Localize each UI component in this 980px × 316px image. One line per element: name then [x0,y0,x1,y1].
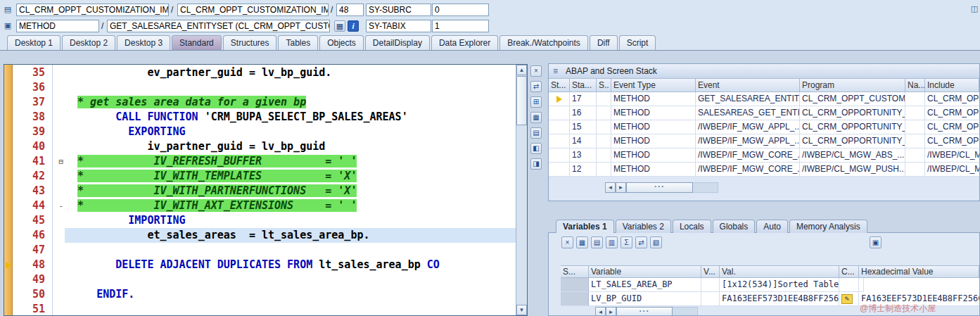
lock-icon[interactable]: ◧ [530,143,542,154]
fold-marker[interactable] [52,302,65,316]
column-header-val[interactable]: Val. [720,265,839,278]
sy-tabix-value[interactable]: 1 [432,20,489,32]
fold-marker[interactable] [52,184,65,198]
line-number[interactable]: 43 [13,184,52,198]
line-number[interactable]: 38 [13,110,52,125]
line-number[interactable]: 51 [13,302,52,316]
window-icon[interactable]: ◫ [969,4,980,15]
desktop-tab[interactable]: Standard [172,35,222,50]
compare-icon[interactable]: ⇄ [635,236,647,248]
fold-marker[interactable]: - [52,198,65,213]
line-number[interactable]: 36 [13,80,52,95]
variable-edit-cell[interactable] [839,278,859,292]
scroll-down-button[interactable]: ▼ [516,305,527,315]
code-line[interactable]: 37 * get sales area data for a given bp [4,95,516,110]
column-header-event[interactable]: Event [696,79,800,92]
desktop-tab[interactable]: Desktop 3 [117,35,170,50]
line-number[interactable]: 41 [13,154,52,169]
code-line[interactable]: 39 EXPORTING [4,125,516,139]
scroll-right-button[interactable]: ► [616,182,626,193]
fold-marker[interactable] [52,139,65,154]
code-line[interactable]: 44 - * IV_WITH_AXT_EXTENSIONS = ' ' [4,198,516,213]
fold-marker[interactable] [52,258,65,272]
code-line[interactable]: 41 ⊟ * IV_REFRESH_BUFFER = ' ' [4,154,516,169]
desktop-tab[interactable]: Objects [319,35,364,50]
scroll-thumb[interactable] [516,76,527,125]
scroll-thumb[interactable]: ··· [616,307,673,316]
code-line[interactable]: 50 ENDIF. [4,287,516,302]
delete-icon[interactable]: × [561,236,573,248]
variables-tab[interactable]: Variables 1 [556,220,614,233]
variable-edit-cell[interactable]: ✎ [839,292,859,306]
code-editor[interactable]: 35 ev_partner_guid = lv_bp_guid. 36 37 *… [4,64,528,316]
code-line[interactable]: 47 [4,243,516,258]
desktop-tab[interactable]: DetailDisplay [365,35,430,50]
code-line[interactable]: 38 CALL FUNCTION 'CRM_BUPA_SELECT_BP_SAL… [4,110,516,125]
stack-row[interactable]: 16 METHOD SALESAREAS_GET_ENTI... CL_CRM_… [549,106,979,120]
swap-panels-icon[interactable]: ⇄ [530,81,542,92]
event-name-field[interactable]: GET_SALESAREA_ENTITYSET (CL_CRM_OPPT_CUS… [107,20,330,32]
line-number[interactable]: 48 [13,258,52,272]
edit-value-icon[interactable]: ✎ [841,294,853,304]
column-header-s[interactable]: S.. [597,79,611,92]
line-number[interactable]: 49 [13,272,52,287]
stack-row[interactable]: 12 METHOD /IWBEP/IF_MGW_CORE_... /IWBEP/… [549,163,979,177]
scroll-thumb[interactable]: ··· [626,182,693,193]
sum-icon[interactable]: Σ [621,236,632,248]
column-header-v[interactable]: V... [701,265,720,278]
line-number[interactable]: 39 [13,125,52,139]
code-line[interactable]: 40 iv_partner_guid = lv_bp_guid [4,139,516,154]
filter-icon[interactable]: ▧ [650,236,662,248]
line-number[interactable]: 44 [13,198,52,213]
scroll-right-button[interactable]: ► [606,307,616,316]
services-icon[interactable]: ◨ [530,158,542,170]
column-header-include[interactable]: Include [925,79,979,92]
line-number[interactable]: 40 [13,139,52,154]
include-name-field[interactable]: CL_CRM_OPPT_CUSTOMIZATION_IMP... [177,4,329,16]
column-header-na[interactable]: Na... [905,79,925,92]
stack-row[interactable]: 15 METHOD /IWBEP/IF_MGW_APPL_... CL_CRM_… [549,120,979,134]
column-header-hex[interactable]: Hexadecimal Value [859,265,979,278]
fold-marker[interactable]: ⊟ [52,154,65,169]
fold-marker[interactable] [52,95,65,110]
row-selector-cell[interactable] [561,278,589,292]
class-name-field[interactable]: CL_CRM_OPPT_CUSTOMIZATION_IMP.. [16,4,169,16]
fold-marker[interactable] [52,65,65,80]
line-number[interactable]: 46 [13,228,52,243]
code-line[interactable]: 45 IMPORTING [4,213,516,228]
fold-marker[interactable] [52,110,65,125]
scroll-left-button[interactable]: ◄ [595,307,606,316]
column-header-sel[interactable]: S... [561,265,589,278]
variables-tab[interactable]: Memory Analysis [789,220,867,233]
fold-marker[interactable] [52,213,65,228]
row-selector-cell[interactable] [561,292,589,306]
code-line[interactable]: 42 * IV_WITH_TEMPLATES = 'X' [4,169,516,184]
code-line[interactable]: 43 * IV_WITH_PARTNERFUNCTIONS = 'X' [4,184,516,198]
code-line[interactable]: 51 [4,302,516,316]
stack-row[interactable]: 13 METHOD /IWBEP/IF_MGW_CORE_... /IWBEP/… [549,148,979,163]
info-icon[interactable]: i [348,20,359,32]
column-header-st[interactable]: St... [549,79,570,92]
column-header-stack-level[interactable]: Sta... [570,79,597,92]
structure-display-icon[interactable]: ▦ [334,20,345,32]
column-header-event-type[interactable]: Event Type [611,79,696,92]
variable-row[interactable]: LT_SALES_AREA_BP [1x12(534)]Sorted Table [561,278,979,292]
layout-icon[interactable]: ▦ [576,236,588,248]
fold-marker[interactable] [52,243,65,258]
variables-tab[interactable]: Variables 2 [616,220,671,233]
scroll-track[interactable] [673,307,698,316]
sy-subrc-value[interactable]: 0 [432,4,489,16]
code-line[interactable]: 46 et_sales_areas = lt_sales_area_bp. [4,228,516,243]
fold-marker[interactable] [52,272,65,287]
desktop-tab[interactable]: Data Explorer [431,35,498,50]
desktop-tab[interactable]: Desktop 2 [62,35,115,50]
fold-marker[interactable] [52,125,65,139]
line-number[interactable]: 42 [13,169,52,184]
form-view-icon[interactable]: ▤ [530,127,542,139]
scroll-left-button[interactable]: ◄ [605,182,616,193]
column-header-program[interactable]: Program [800,79,905,92]
scroll-track[interactable] [693,182,718,193]
fold-marker[interactable] [52,287,65,302]
line-number-field[interactable]: 48 [336,4,364,16]
desktop-tab[interactable]: Script [619,35,656,50]
